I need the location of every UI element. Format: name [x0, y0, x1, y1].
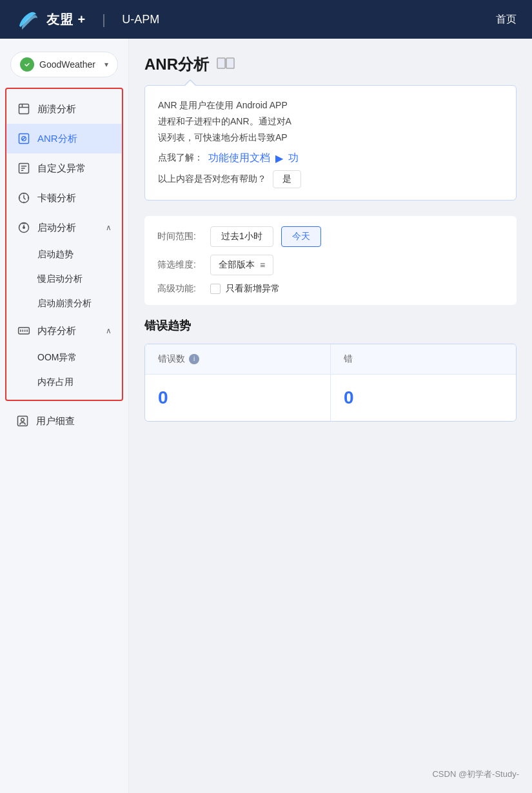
logo-icon — [15, 8, 39, 31]
sidebar-item-custom[interactable]: 自定义异常 — [6, 153, 122, 183]
advanced-row: 高级功能: 只看新增异常 — [157, 283, 504, 295]
col-error-other-label: 错 — [344, 353, 353, 365]
crash-icon — [17, 102, 31, 116]
dimension-label: 筛选维度: — [157, 259, 202, 271]
svg-rect-21 — [226, 58, 234, 68]
oom-label: OOM异常 — [37, 352, 77, 364]
svg-point-19 — [21, 418, 25, 422]
chevron-down-icon: ▾ — [104, 60, 108, 69]
info-card: ANR 是用户在使用 Android APP 进程和子进程中的ANR。通过对A … — [144, 85, 517, 201]
slow-startup-label: 慢启动分析 — [37, 273, 83, 285]
svg-rect-20 — [217, 58, 225, 68]
sidebar-item-memory-usage[interactable]: 内存占用 — [6, 370, 122, 395]
filter-lines-icon: ≡ — [260, 260, 265, 270]
custom-icon — [17, 161, 31, 175]
sidebar-item-anr[interactable]: ANR分析 — [6, 124, 122, 153]
error-table-body: 0 0 — [145, 375, 516, 421]
info-line1: ANR 是用户在使用 Android APP — [158, 100, 288, 110]
feature-link[interactable]: 功 — [288, 152, 299, 165]
product-text: U-APM — [122, 13, 159, 26]
advanced-checkbox-row: 只看新增异常 — [210, 283, 280, 295]
error-count-info-icon[interactable]: i — [189, 354, 199, 364]
helpful-question: 以上内容是否对您有帮助？ — [158, 173, 266, 185]
time-btn-today[interactable]: 今天 — [281, 226, 321, 247]
header-nav[interactable]: 首页 — [496, 13, 517, 26]
time-range-row: 时间范围: 过去1小时 今天 — [157, 226, 504, 247]
sidebar-bottom: 用户细查 — [0, 406, 128, 436]
main-content: ANR分析 ANR 是用户在使用 Android APP 进程和子进程中的ANR… — [129, 39, 532, 793]
sidebar-item-startup-crash[interactable]: 启动崩溃分析 — [6, 291, 122, 316]
crash-label: 崩溃分析 — [37, 103, 112, 115]
new-error-checkbox[interactable] — [210, 284, 221, 294]
app-name: GoodWeather — [39, 59, 99, 70]
user-detail-label: 用户细查 — [36, 415, 113, 427]
doc-link[interactable]: 功能使用文档 — [208, 152, 270, 165]
memory-icon — [17, 324, 31, 338]
main-layout: GoodWeather ▾ 崩溃分析 ANR分析 — [0, 39, 532, 793]
svg-rect-1 — [19, 104, 29, 114]
sidebar-item-memory[interactable]: 内存分析 ∧ — [6, 316, 122, 346]
header: 友盟 + ｜ U-APM 首页 — [0, 0, 532, 39]
freeze-label: 卡顿分析 — [37, 192, 112, 204]
info-line3: 误列表，可快速地分析出导致AP — [158, 132, 288, 142]
startup-label: 启动分析 — [37, 222, 99, 234]
nav-home[interactable]: 首页 — [496, 14, 517, 24]
memory-label: 内存分析 — [37, 325, 99, 337]
app-icon — [20, 57, 34, 72]
startup-crash-label: 启动崩溃分析 — [37, 298, 92, 309]
svg-point-12 — [23, 227, 25, 229]
header-divider: ｜ — [97, 11, 110, 28]
sidebar: GoodWeather ▾ 崩溃分析 ANR分析 — [0, 39, 129, 793]
info-text: ANR 是用户在使用 Android APP 进程和子进程中的ANR。通过对A … — [158, 97, 503, 146]
time-btn-past-hour[interactable]: 过去1小时 — [210, 226, 273, 247]
svg-point-0 — [23, 60, 32, 70]
memory-usage-label: 内存占用 — [37, 377, 74, 388]
page-title: ANR分析 — [144, 54, 209, 75]
sidebar-item-freeze[interactable]: 卡顿分析 — [6, 183, 122, 213]
svg-rect-18 — [18, 416, 28, 426]
error-table: 错误数 i 错 0 0 — [144, 344, 517, 422]
advanced-label: 高级功能: — [157, 283, 202, 295]
new-error-label: 只看新增异常 — [226, 283, 280, 295]
user-detail-icon — [15, 414, 30, 428]
sidebar-item-user-detail[interactable]: 用户细查 — [5, 406, 123, 436]
helpful-row: 以上内容是否对您有帮助？ 是 — [158, 170, 503, 188]
error-other-value: 0 — [344, 387, 354, 407]
memory-arrow-icon: ∧ — [106, 326, 112, 335]
svg-rect-13 — [19, 328, 30, 334]
sidebar-item-oom[interactable]: OOM异常 — [6, 346, 122, 370]
page-title-row: ANR分析 — [144, 54, 517, 75]
sidebar-item-startup[interactable]: 启动分析 ∧ — [6, 213, 122, 242]
dimension-select[interactable]: 全部版本 ≡ — [210, 255, 273, 275]
book-icon — [217, 57, 235, 73]
dimension-row: 筛选维度: 全部版本 ≡ — [157, 255, 504, 275]
brand-text: 友盟 + — [46, 11, 86, 28]
freeze-icon — [17, 191, 31, 205]
header-left: 友盟 + ｜ U-APM — [15, 8, 159, 31]
anr-label: ANR分析 — [37, 133, 112, 145]
helpful-yes-button[interactable]: 是 — [273, 170, 301, 188]
sidebar-item-crash[interactable]: 崩溃分析 — [6, 94, 122, 124]
sidebar-item-slow-startup[interactable]: 慢启动分析 — [6, 267, 122, 291]
startup-icon — [17, 220, 31, 235]
sidebar-item-startup-trend[interactable]: 启动趋势 — [6, 242, 122, 267]
app-selector[interactable]: GoodWeather ▾ — [10, 52, 118, 77]
logo — [15, 8, 39, 31]
cell-error-count: 0 — [145, 375, 331, 421]
custom-label: 自定义异常 — [37, 162, 112, 175]
error-trend-title: 错误趋势 — [144, 318, 517, 333]
watermark: CSDN @初学者-Study- — [432, 769, 519, 780]
info-link-prefix: 点我了解： — [158, 152, 203, 164]
play-icon: ▶ — [275, 152, 283, 164]
time-label: 时间范围: — [157, 231, 202, 242]
error-count-value: 0 — [158, 387, 168, 407]
dimension-value: 全部版本 — [219, 259, 255, 271]
startup-arrow-icon: ∧ — [106, 223, 112, 232]
info-line2: 进程和子进程中的ANR。通过对A — [158, 116, 291, 126]
filters-section: 时间范围: 过去1小时 今天 筛选维度: 全部版本 ≡ 高级功能: 只看新增异常 — [144, 216, 517, 305]
col-error-other: 错 — [331, 344, 516, 374]
col-error-count: 错误数 i — [145, 344, 331, 374]
error-table-header: 错误数 i 错 — [145, 344, 516, 375]
startup-trend-label: 启动趋势 — [37, 249, 74, 260]
col-error-count-label: 错误数 — [158, 353, 185, 365]
